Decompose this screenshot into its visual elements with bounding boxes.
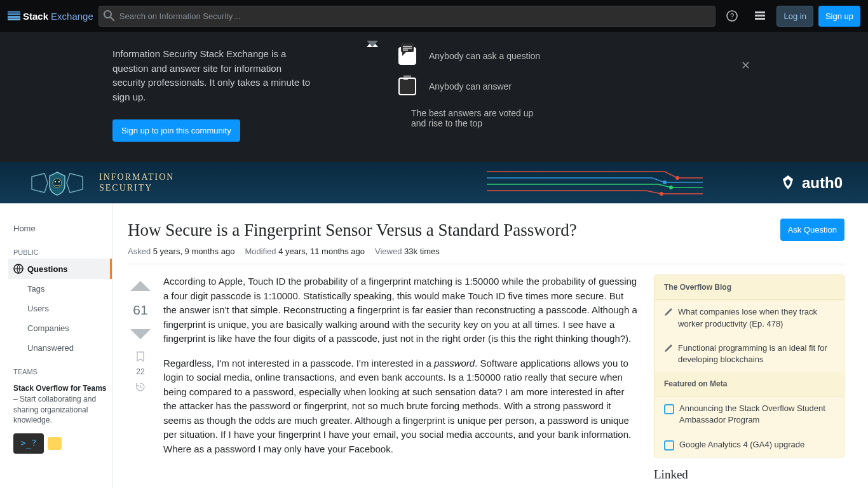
hero-item-2: Anybody can answer — [429, 81, 512, 92]
site-logo[interactable]: INFORMATION SECURITY — [25, 167, 174, 199]
svg-rect-7 — [755, 15, 765, 17]
teams-promo: Stack Overflow for Teams – Start collabo… — [13, 383, 107, 454]
search-input[interactable] — [98, 6, 716, 27]
speech-bubble-icon — [398, 47, 416, 65]
meta-icon — [664, 404, 674, 414]
vote-score: 61 — [133, 302, 147, 318]
sidebar-home[interactable]: Home — [8, 219, 112, 238]
svg-point-20 — [663, 180, 667, 184]
svg-rect-14 — [403, 78, 411, 78]
site-switcher-icon[interactable] — [749, 4, 771, 27]
hero-item-1: Anybody can ask a question — [429, 51, 540, 61]
meta-item-1[interactable]: Announcing the Stack Overflow Student Am… — [654, 396, 844, 432]
question-meta: Asked 5 years, 9 months ago Modified 4 y… — [128, 247, 844, 264]
sidebar-tags[interactable]: Tags — [8, 279, 112, 299]
logo-text-light: Exchange — [51, 11, 93, 22]
overflow-blog-widget: The Overflow Blog What companies lose wh… — [654, 274, 844, 457]
sponsor-logo[interactable]: auth0 — [779, 174, 843, 192]
svg-point-19 — [675, 176, 679, 180]
site-name: INFORMATION SECURITY — [99, 172, 174, 194]
ask-question-button[interactable]: Ask Question — [780, 219, 844, 241]
upvote-button[interactable] — [129, 274, 152, 297]
chat-bubble-icon — [48, 437, 62, 450]
sidebar-companies[interactable]: Companies — [8, 318, 112, 338]
sidebar-teams-label: TEAMS — [8, 358, 112, 378]
signup-button[interactable]: Sign up — [818, 6, 860, 27]
blog-item-2[interactable]: Functional programming is an ideal fit f… — [654, 336, 844, 372]
topbar: StackExchange ? Log in Sign up — [0, 0, 868, 32]
svg-rect-2 — [8, 16, 20, 18]
svg-rect-11 — [403, 48, 412, 49]
history-icon[interactable] — [135, 381, 146, 393]
svg-rect-8 — [755, 18, 765, 20]
search-wrap — [98, 6, 716, 27]
bookmark-icon[interactable] — [135, 351, 146, 362]
search-icon — [104, 10, 115, 22]
site-header: INFORMATION SECURITY auth0 — [0, 162, 868, 203]
svg-point-22 — [660, 192, 663, 196]
terminal-icon: >_? — [13, 433, 44, 454]
circuit-traces-decoration — [487, 162, 703, 203]
login-button[interactable]: Log in — [776, 6, 813, 27]
pencil-icon — [664, 308, 673, 316]
svg-rect-15 — [403, 79, 408, 79]
right-sidebar: The Overflow Blog What companies lose wh… — [654, 274, 844, 481]
shield-icon — [25, 167, 89, 199]
hero-signup-button[interactable]: Sign up to join this community — [112, 119, 240, 142]
svg-rect-6 — [755, 11, 765, 13]
hero-item-3: The best answers are voted up and rise t… — [411, 108, 538, 128]
question-title: How Secure is a Fingerprint Sensor Versu… — [128, 219, 577, 241]
svg-rect-1 — [8, 13, 20, 15]
hero-banner: Information Security Stack Exchange is a… — [0, 32, 868, 162]
meta-header: Featured on Meta — [654, 372, 844, 396]
sidebar-public-label: PUBLIC — [8, 238, 112, 259]
question-body: According to Apple, Touch ID the probabi… — [163, 274, 639, 481]
svg-rect-13 — [403, 76, 411, 76]
blog-item-1[interactable]: What companies lose when they track work… — [654, 300, 844, 336]
svg-point-17 — [55, 180, 56, 182]
help-icon[interactable]: ? — [721, 4, 743, 27]
hero-description: Information Security Stack Exchange is a… — [112, 47, 316, 104]
meta-icon — [664, 440, 674, 451]
globe-icon — [13, 264, 24, 274]
svg-text:?: ? — [730, 12, 734, 20]
svg-point-21 — [669, 186, 673, 189]
sidebar-users[interactable]: Users — [8, 299, 112, 318]
auth0-icon — [779, 174, 797, 192]
meta-item-2[interactable]: Google Analytics 4 (GA4) upgrade — [654, 433, 844, 457]
main-content: How Secure is a Fingerprint Sensor Versu… — [112, 203, 860, 488]
svg-rect-3 — [8, 18, 20, 20]
speech-bubble-outline-icon — [398, 78, 416, 95]
se-icon — [8, 11, 20, 21]
sidebar-unanswered[interactable]: Unanswered — [8, 338, 112, 358]
blog-header: The Overflow Blog — [654, 275, 844, 300]
linked-heading: Linked — [654, 468, 844, 482]
sidebar-questions[interactable]: Questions — [8, 259, 112, 279]
vote-column: 61 22 — [128, 274, 153, 481]
pencil-icon — [664, 344, 673, 353]
svg-rect-0 — [8, 11, 20, 13]
svg-point-18 — [58, 180, 60, 182]
bookmark-count: 22 — [136, 367, 144, 376]
downvote-button[interactable] — [129, 323, 152, 346]
stackexchange-logo[interactable]: StackExchange — [8, 11, 93, 22]
logo-text-bold: Stack — [23, 11, 48, 22]
svg-rect-12 — [403, 50, 408, 51]
close-icon[interactable]: ✕ — [741, 58, 750, 72]
left-sidebar: Home PUBLIC Questions Tags Users Compani… — [8, 203, 112, 488]
svg-rect-10 — [403, 46, 412, 47]
